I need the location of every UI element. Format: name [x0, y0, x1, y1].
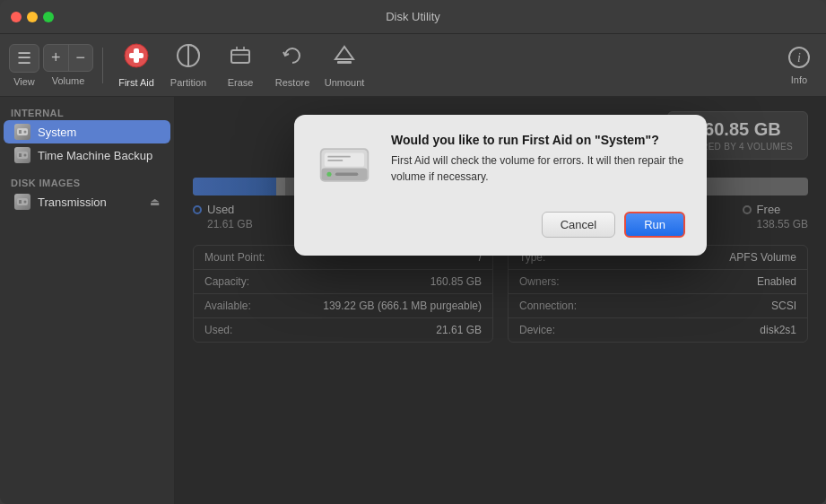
view-label: View [13, 76, 35, 87]
timemachine-disk-icon [14, 147, 30, 163]
info-label: Info [791, 74, 807, 85]
erase-button[interactable]: Erase [216, 43, 265, 88]
info-icon: i [787, 46, 811, 74]
dialog-disk-icon [312, 133, 377, 197]
dialog-title: Would you like to run First Aid on "Syst… [391, 133, 685, 147]
unmount-button[interactable]: Unmount [320, 43, 369, 88]
erase-label: Erase [228, 77, 254, 88]
toolbar-view-group: ☰ View [9, 44, 39, 87]
view-button-group[interactable]: ☰ [9, 44, 39, 73]
sidebar-toggle-button[interactable]: ☰ [10, 45, 39, 72]
content-area: 160.85 GB SHARED BY 4 VOLUMES Used 21.61… [175, 97, 826, 504]
restore-button[interactable]: Restore [268, 43, 317, 88]
close-button[interactable] [11, 12, 22, 22]
firstaid-button[interactable]: First Aid [112, 43, 161, 88]
svg-point-15 [24, 131, 27, 134]
svg-rect-20 [19, 200, 22, 204]
svg-point-21 [24, 201, 27, 204]
toolbar-volume-group: + − Volume [43, 44, 93, 86]
svg-point-25 [326, 172, 331, 177]
svg-text:i: i [797, 51, 801, 65]
svg-rect-14 [19, 130, 22, 134]
svg-rect-2 [129, 53, 143, 58]
unmount-icon [332, 43, 357, 74]
main-layout: Internal System Time Machine Backup Disk… [0, 97, 826, 504]
window-title: Disk Utility [386, 10, 440, 23]
cancel-button[interactable]: Cancel [542, 212, 615, 238]
partition-button[interactable]: Partition [164, 43, 213, 88]
dialog-content-row: Would you like to run First Aid on "Syst… [312, 133, 685, 197]
svg-rect-27 [325, 152, 364, 166]
partition-icon [176, 43, 201, 74]
timemachine-item-label: Time Machine Backup [38, 149, 152, 162]
firstaid-label: First Aid [118, 77, 154, 88]
restore-label: Restore [275, 77, 310, 88]
erase-icon [228, 43, 253, 74]
info-button[interactable]: i Info [781, 46, 817, 85]
title-bar: Disk Utility [0, 0, 826, 34]
system-disk-icon [14, 124, 30, 140]
svg-rect-28 [327, 156, 351, 158]
sidebar-item-timemachine[interactable]: Time Machine Backup [4, 143, 170, 167]
svg-rect-17 [19, 153, 22, 157]
traffic-lights[interactable] [11, 12, 54, 22]
volume-button-group[interactable]: + − [43, 44, 93, 72]
svg-rect-5 [231, 50, 249, 63]
system-item-label: System [38, 126, 76, 139]
unmount-label: Unmount [325, 77, 365, 88]
sidebar-item-system[interactable]: System [4, 120, 170, 143]
internal-section-label: Internal [0, 104, 174, 120]
maximize-button[interactable] [43, 12, 54, 22]
diskimages-section-label: Disk Images [0, 174, 174, 190]
svg-rect-26 [335, 173, 359, 176]
partition-label: Partition [170, 77, 206, 88]
restore-icon [280, 43, 305, 74]
dialog-text: Would you like to run First Aid on "Syst… [391, 133, 685, 185]
dialog-buttons: Cancel Run [312, 212, 685, 238]
toolbar-separator-1 [102, 48, 103, 83]
transmission-disk-icon [14, 194, 30, 210]
transmission-item-label: Transmission [38, 196, 107, 209]
svg-point-18 [24, 154, 27, 157]
add-volume-button[interactable]: + [44, 45, 68, 71]
sidebar: Internal System Time Machine Backup Disk… [0, 97, 175, 504]
minimize-button[interactable] [27, 12, 38, 22]
dialog-body: First Aid will check the volume for erro… [391, 152, 685, 185]
remove-volume-button[interactable]: − [68, 45, 93, 71]
svg-marker-9 [335, 47, 353, 59]
toolbar: ☰ View + − Volume First Aid Partit [0, 34, 826, 97]
svg-rect-10 [337, 61, 352, 64]
firstaid-icon [124, 43, 149, 74]
run-button[interactable]: Run [624, 212, 685, 238]
eject-icon[interactable]: ⏏ [150, 196, 160, 208]
sidebar-item-transmission[interactable]: Transmission ⏏ [4, 190, 170, 213]
volume-label: Volume [52, 75, 85, 86]
dialog-overlay: Would you like to run First Aid on "Syst… [175, 97, 826, 504]
firstaid-dialog: Would you like to run First Aid on "Syst… [294, 115, 707, 256]
svg-rect-29 [327, 160, 343, 161]
